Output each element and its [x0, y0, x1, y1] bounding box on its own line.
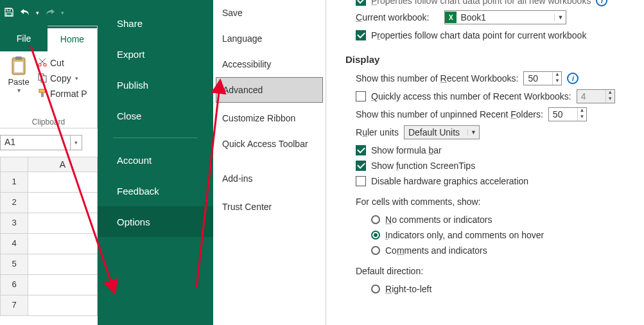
chevron-down-icon[interactable]: ▾: [75, 75, 78, 82]
show-formula-bar-label: Show formula bar: [371, 145, 442, 155]
cell[interactable]: [28, 213, 98, 234]
copy-button[interactable]: Copy ▾: [37, 71, 98, 86]
undo-dropdown-icon[interactable]: ▾: [36, 10, 39, 16]
quick-access-spinner: 4 ▲▼: [577, 89, 615, 103]
backstage-item-account[interactable]: Account: [98, 145, 213, 175]
cut-label: Cut: [50, 58, 64, 68]
comments-opt-both: Comments and indicators: [385, 245, 487, 256]
recent-folders-label: Show this number of unpinned Recent Fold…: [356, 109, 543, 119]
quick-access-toolbar: ▾ ▾: [0, 0, 98, 26]
ribbon-strip: ▾ ▾ File Home Paste ▾ Cut Copy ▾: [0, 0, 98, 325]
cell[interactable]: [28, 193, 98, 213]
disable-hw-label: Disable hardware graphics acceleration: [371, 176, 528, 186]
tab-file[interactable]: File: [0, 26, 48, 51]
category-item-language[interactable]: Language: [213, 26, 326, 51]
display-heading: Display: [345, 54, 638, 65]
options-category-pane: SaveLanguageAccessibilityAdvancedCustomi…: [213, 0, 326, 325]
undo-icon[interactable]: [19, 7, 31, 19]
svg-rect-10: [41, 92, 44, 97]
row-header[interactable]: 6: [0, 275, 28, 295]
excel-icon: X: [445, 12, 457, 23]
backstage-item-feedback[interactable]: Feedback: [98, 175, 213, 206]
row-header[interactable]: 2: [0, 193, 28, 213]
category-item-advanced[interactable]: Advanced: [216, 77, 323, 103]
info-icon[interactable]: i: [596, 0, 607, 6]
svg-rect-4: [14, 62, 23, 73]
format-painter-button[interactable]: Format P: [37, 86, 98, 101]
tab-home[interactable]: Home: [48, 26, 98, 51]
paste-label: Paste: [3, 77, 35, 87]
comments-opt-none: No comments or indicators: [385, 215, 492, 225]
row-header[interactable]: 1: [0, 172, 28, 193]
cell[interactable]: [28, 275, 98, 295]
copy-label: Copy: [50, 73, 71, 83]
clipboard-group: Paste ▾ Cut Copy ▾ Format P Clipboard: [0, 51, 98, 128]
format-painter-label: Format P: [50, 89, 87, 99]
info-icon[interactable]: i: [567, 73, 579, 84]
current-workbook-dropdown[interactable]: X Book1 ▼: [444, 10, 566, 24]
scissors-icon: [37, 57, 48, 69]
redo-icon[interactable]: [44, 7, 56, 19]
cell[interactable]: [28, 234, 98, 254]
ribbon-tabs: File Home: [0, 26, 98, 51]
save-icon[interactable]: [4, 7, 14, 19]
row-header[interactable]: 5: [0, 254, 28, 275]
cell[interactable]: [28, 172, 98, 193]
spin-down-icon[interactable]: ▼: [553, 78, 561, 85]
recent-workbooks-spinner[interactable]: 50 ▲▼: [523, 71, 562, 85]
chevron-down-icon[interactable]: ▾: [3, 87, 35, 94]
divider: [113, 137, 198, 138]
options-details-pane: Properties follow chart data point for a…: [326, 0, 644, 325]
category-item-accessibility[interactable]: Accessibility: [213, 51, 326, 77]
redo-dropdown-icon[interactable]: ▾: [61, 10, 64, 16]
ruler-units-label: Ruler units: [356, 127, 399, 137]
spin-down-icon[interactable]: ▼: [578, 114, 586, 121]
prop-follow-current-label: Properties follow chart data point for c…: [371, 30, 586, 40]
category-item-quick-access-toolbar[interactable]: Quick Access Toolbar: [213, 131, 326, 157]
svg-rect-8: [41, 76, 46, 82]
backstage-item-options[interactable]: Options: [98, 206, 213, 237]
row-header[interactable]: 7: [0, 295, 28, 316]
checkbox[interactable]: [356, 145, 366, 155]
cell[interactable]: [28, 254, 98, 275]
copy-icon: [37, 73, 48, 85]
backstage-menu: ShareExportPublishClose AccountFeedbackO…: [98, 0, 213, 325]
backstage-item-share[interactable]: Share: [98, 8, 213, 39]
svg-rect-9: [39, 89, 46, 92]
select-all-corner[interactable]: [0, 157, 28, 172]
name-box[interactable]: A1: [0, 135, 71, 150]
radio-button[interactable]: [371, 215, 380, 224]
name-box-dropdown[interactable]: ▾: [71, 135, 82, 150]
backstage-item-export[interactable]: Export: [98, 39, 213, 69]
brush-icon: [37, 88, 48, 100]
checkbox[interactable]: [356, 176, 366, 186]
checkbox[interactable]: [356, 0, 366, 6]
svg-point-6: [44, 63, 46, 66]
comments-opt-indicators: Indicators only, and comments on hover: [385, 230, 544, 240]
category-item-add-ins[interactable]: Add-ins: [213, 166, 326, 191]
cell[interactable]: [28, 295, 98, 316]
quick-access-label: Quickly access this number of Recent Wor…: [371, 91, 571, 101]
category-item-customize-ribbon[interactable]: Customize Ribbon: [213, 105, 326, 131]
backstage-item-close[interactable]: Close: [98, 100, 213, 131]
cut-button[interactable]: Cut: [37, 55, 98, 71]
radio-button[interactable]: [371, 285, 380, 294]
checkbox[interactable]: [356, 161, 366, 171]
checkbox[interactable]: [356, 91, 366, 101]
row-header[interactable]: 4: [0, 234, 28, 254]
ruler-units-dropdown[interactable]: Default Units ▼: [404, 125, 480, 139]
paste-icon: [8, 55, 29, 76]
current-workbook-label: Current workbook:: [356, 12, 429, 22]
category-item-save[interactable]: Save: [213, 0, 326, 26]
radio-button[interactable]: [371, 231, 380, 240]
checkbox[interactable]: [356, 30, 366, 40]
radio-button[interactable]: [371, 246, 380, 255]
backstage-item-publish[interactable]: Publish: [98, 69, 213, 100]
chevron-down-icon: ▼: [554, 14, 566, 21]
paste-button[interactable]: Paste ▾: [3, 55, 35, 107]
direction-rtl: Right-to-left: [385, 284, 431, 294]
column-header[interactable]: A: [28, 157, 98, 172]
row-header[interactable]: 3: [0, 213, 28, 234]
category-item-trust-center[interactable]: Trust Center: [213, 194, 326, 220]
recent-folders-spinner[interactable]: 50 ▲▼: [548, 107, 587, 121]
